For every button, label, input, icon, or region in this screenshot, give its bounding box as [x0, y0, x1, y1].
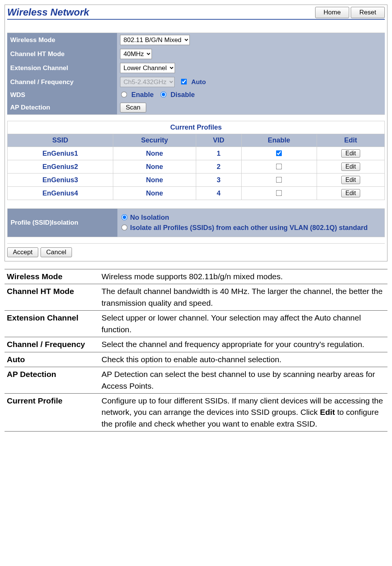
accept-button[interactable]: Accept	[7, 247, 38, 257]
ht-mode-select[interactable]: 40MHz	[120, 49, 152, 59]
ext-channel-label: Extension Channel	[7, 61, 117, 75]
wireless-mode-select[interactable]: 802.11 B/G/N Mixed	[120, 35, 190, 45]
auto-label: Auto	[191, 78, 206, 86]
profiles-title: Current Profiles	[8, 121, 385, 134]
desc-term: Channel / Frequency	[5, 337, 99, 352]
reset-button[interactable]: Reset	[351, 7, 385, 18]
enable-checkbox[interactable]	[276, 177, 282, 183]
edit-cell: Edit	[317, 187, 384, 200]
security-cell: None	[113, 147, 196, 160]
enable-cell	[241, 160, 317, 174]
wireless-mode-label: Wireless Mode	[7, 33, 117, 47]
wds-disable-radio[interactable]	[160, 92, 166, 98]
edit-button[interactable]: Edit	[341, 149, 360, 158]
wireless-network-panel: Wireless Network Home Reset Wireless Mod…	[5, 5, 387, 261]
security-cell: None	[113, 187, 196, 200]
col-enable: Enable	[241, 134, 317, 147]
edit-cell: Edit	[317, 147, 384, 160]
ssid-cell: EnGenius2	[8, 160, 113, 174]
vid-cell: 1	[196, 147, 241, 160]
enable-cell	[241, 147, 317, 160]
col-security: Security	[113, 134, 196, 147]
vid-cell: 4	[196, 187, 241, 200]
desc-text: Wireless mode supports 802.11b/g/n mixed…	[99, 269, 387, 284]
isolation-table: Profile (SSID)Isolation No Isolation Iso…	[7, 208, 385, 237]
col-ssid: SSID	[8, 134, 113, 147]
ap-detection-label: AP Detection	[7, 101, 117, 115]
ext-channel-select[interactable]: Lower Channel	[120, 63, 175, 73]
desc-row: Current ProfileConfigure up to four diff…	[5, 393, 387, 431]
wds-disable-label: Disable	[170, 91, 195, 99]
col-edit: Edit	[317, 134, 384, 147]
desc-term: AP Detection	[5, 367, 99, 394]
ssid-cell: EnGenius1	[8, 147, 113, 160]
isolate-vlan-label: Isolate all Profiles (SSIDs) from each o…	[130, 224, 368, 231]
home-button[interactable]: Home	[315, 7, 349, 18]
edit-button[interactable]: Edit	[341, 176, 360, 184]
chan-freq-label: Channel / Frequency	[7, 75, 117, 89]
col-vid: VID	[196, 134, 241, 147]
security-cell: None	[113, 160, 196, 174]
desc-term: Channel HT Mode	[5, 284, 99, 311]
table-row: EnGenius4None4Edit	[8, 187, 385, 200]
chan-freq-select: Ch5-2.432GHz	[120, 77, 175, 87]
wds-enable-radio[interactable]	[121, 92, 127, 98]
page-title: Wireless Network	[7, 6, 89, 18]
header-buttons: Home Reset	[315, 7, 385, 18]
security-cell: None	[113, 174, 196, 187]
edit-button[interactable]: Edit	[341, 189, 360, 197]
isolation-label: Profile (SSID)Isolation	[8, 209, 117, 237]
wds-label: WDS	[7, 89, 117, 101]
table-row: EnGenius1None1Edit	[8, 147, 385, 160]
enable-checkbox[interactable]	[276, 190, 282, 196]
desc-row: Extension ChannelSelect upper or lower c…	[5, 311, 387, 337]
ssid-cell: EnGenius4	[8, 187, 113, 200]
desc-term: Wireless Mode	[5, 269, 99, 284]
enable-checkbox[interactable]	[276, 163, 282, 169]
desc-term: Current Profile	[5, 393, 99, 431]
vid-cell: 3	[196, 174, 241, 187]
header-row: Wireless Network Home Reset	[7, 6, 385, 20]
edit-cell: Edit	[317, 160, 384, 174]
edit-button[interactable]: Edit	[341, 163, 360, 171]
desc-row: Wireless ModeWireless mode supports 802.…	[5, 269, 387, 284]
ssid-cell: EnGenius3	[8, 174, 113, 187]
table-row: EnGenius2None2Edit	[8, 160, 385, 174]
no-isolation-label: No Isolation	[130, 214, 169, 221]
cancel-button[interactable]: Cancel	[41, 247, 72, 257]
profiles-header-row: SSID Security VID Enable Edit	[8, 134, 385, 147]
desc-row: Channel HT ModeThe default channel bandw…	[5, 284, 387, 311]
desc-term: Extension Channel	[5, 311, 99, 337]
desc-text: AP Detection can select the best channel…	[99, 367, 387, 394]
description-table: Wireless ModeWireless mode supports 802.…	[5, 269, 387, 432]
action-buttons: Accept Cancel	[7, 247, 385, 257]
desc-term: Auto	[5, 352, 99, 367]
auto-checkbox[interactable]	[181, 79, 187, 85]
enable-checkbox[interactable]	[276, 150, 282, 156]
scan-button[interactable]: Scan	[120, 103, 146, 113]
isolate-vlan-radio[interactable]	[121, 225, 127, 231]
ht-mode-label: Channel HT Mode	[7, 47, 117, 61]
desc-text: Select upper or lower channel. Your sele…	[99, 311, 387, 337]
no-isolation-radio[interactable]	[121, 214, 127, 220]
desc-text: Configure up to four different SSIDs. If…	[99, 393, 387, 431]
edit-cell: Edit	[317, 174, 384, 187]
desc-row: AutoCheck this option to enable auto-cha…	[5, 352, 387, 367]
table-row: EnGenius3None3Edit	[8, 174, 385, 187]
settings-table: Wireless Mode 802.11 B/G/N Mixed Channel…	[7, 33, 385, 115]
desc-text: Check this option to enable auto-channel…	[99, 352, 387, 367]
desc-text: Select the channel and frequency appropr…	[99, 337, 387, 352]
enable-cell	[241, 187, 317, 200]
desc-text: The default channel bandwidth is 40 MHz.…	[99, 284, 387, 311]
enable-cell	[241, 174, 317, 187]
vid-cell: 2	[196, 160, 241, 174]
desc-row: AP DetectionAP Detection can select the …	[5, 367, 387, 394]
profiles-table: Current Profiles SSID Security VID Enabl…	[7, 121, 385, 200]
desc-row: Channel / FrequencySelect the channel an…	[5, 337, 387, 352]
wds-enable-label: Enable	[131, 91, 154, 99]
